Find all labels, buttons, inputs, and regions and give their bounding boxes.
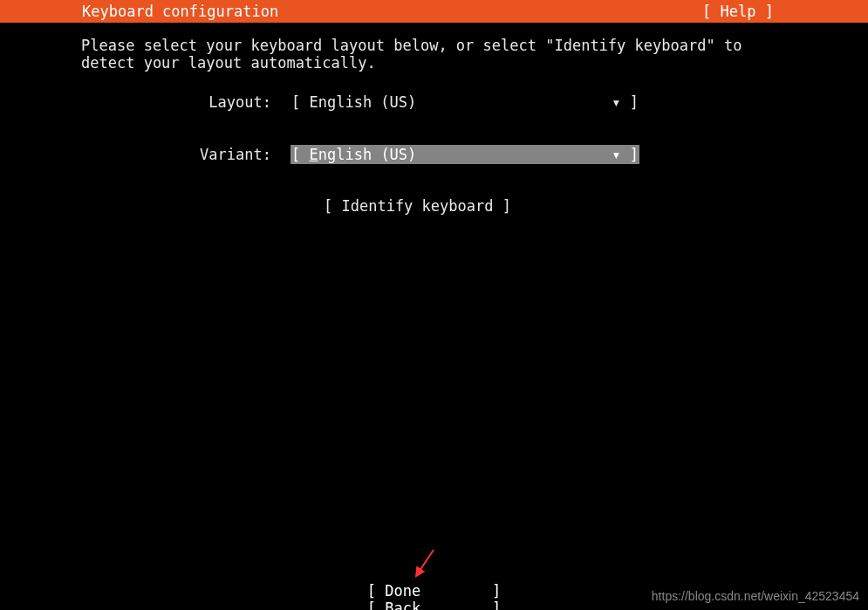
layout-row: Layout: [ English (US) ▾ ]: [81, 93, 868, 112]
layout-dropdown-text: [ English (US): [291, 93, 416, 111]
done-button[interactable]: [ Done ]: [367, 582, 502, 600]
help-button[interactable]: [ Help ]: [702, 3, 861, 20]
annotation-arrow-icon: [412, 545, 438, 580]
variant-dropdown[interactable]: [ English (US) ▾ ]: [290, 145, 639, 164]
content-area: Please select your keyboard layout below…: [0, 23, 868, 215]
variant-dropdown-text: [ English (US): [291, 146, 416, 163]
instruction-line-2: detect your layout automatically.: [81, 54, 376, 72]
back-button[interactable]: [ Back ]: [367, 600, 502, 610]
variant-row: Variant: [ English (US) ▾ ]: [81, 145, 868, 164]
layout-label: Layout:: [81, 93, 271, 111]
svg-line-1: [416, 550, 434, 576]
watermark-text: https://blog.csdn.net/weixin_42523454: [652, 589, 859, 603]
identify-keyboard-button[interactable]: [ Identify keyboard ]: [324, 197, 511, 215]
variant-label: Variant:: [81, 146, 271, 163]
instruction-text: Please select your keyboard layout below…: [81, 37, 868, 72]
identify-row: [ Identify keyboard ]: [81, 197, 868, 215]
form-area: Layout: [ English (US) ▾ ] Variant: [ En…: [81, 93, 868, 215]
chevron-down-icon: ▾ ]: [612, 146, 639, 163]
page-title: Keyboard configuration: [7, 3, 278, 20]
layout-dropdown[interactable]: [ English (US) ▾ ]: [290, 93, 639, 112]
header-bar: Keyboard configuration [ Help ]: [0, 0, 868, 23]
instruction-line-1: Please select your keyboard layout below…: [81, 37, 742, 54]
chevron-down-icon: ▾ ]: [612, 93, 639, 111]
